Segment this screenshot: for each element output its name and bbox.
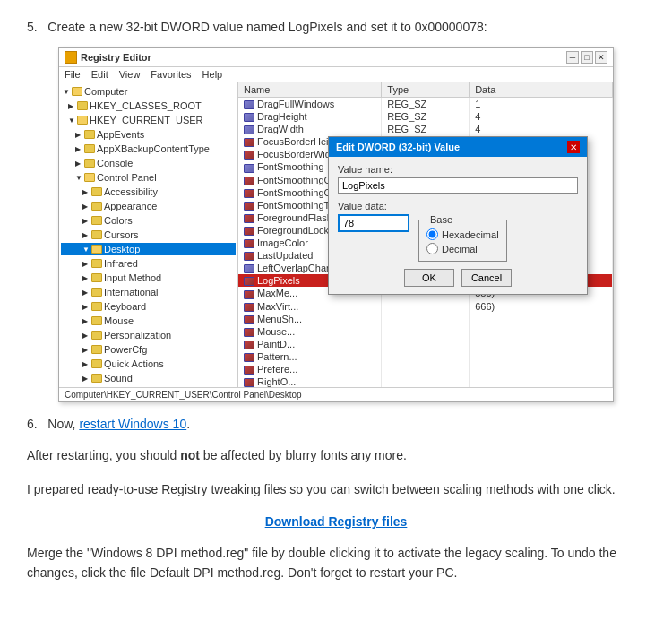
- tree-item-appearance[interactable]: ▶ Appearance: [61, 199, 236, 213]
- table-row[interactable]: Pattern...: [238, 350, 613, 363]
- tree-item-appevents[interactable]: ▶ AppEvents: [61, 127, 236, 142]
- tree-item-cursors[interactable]: ▶ Cursors: [61, 228, 236, 242]
- after-restart-paragraph: After restarting, you should not be affe…: [27, 445, 645, 465]
- maximize-button[interactable]: □: [581, 51, 593, 64]
- tree-desktop[interactable]: ▼ Desktop: [61, 243, 236, 255]
- table-row[interactable]: MenuSh...: [238, 313, 613, 325]
- dec-label: Decimal: [442, 244, 478, 254]
- restart-link[interactable]: restart Windows 10: [79, 417, 186, 431]
- tree-sound[interactable]: ▶ Sound: [61, 372, 236, 384]
- tree-item-international[interactable]: ▶ International: [61, 285, 236, 299]
- tree-item-mouse[interactable]: ▶ Mouse: [61, 314, 236, 328]
- reg-entry-icon: [244, 277, 254, 286]
- dec-radio[interactable]: [426, 243, 438, 254]
- tree-item-hkcu[interactable]: ▼ HKEY_CURRENT_USER: [61, 113, 236, 127]
- tree-accessibility[interactable]: ▶ Accessibility: [61, 185, 236, 198]
- col-header-name: Name: [238, 82, 382, 98]
- reg-entry-icon: [244, 100, 254, 109]
- tree-quickactions[interactable]: ▶ Quick Actions: [61, 358, 236, 370]
- tree-item-accessibility[interactable]: ▶ Accessibility: [61, 185, 236, 199]
- table-row[interactable]: RightO...: [238, 375, 613, 387]
- tree-item-sound[interactable]: ▶ Sound: [61, 371, 236, 385]
- tree-item-desktop[interactable]: ▼ Desktop: [61, 242, 236, 256]
- tree-item-inputmethod[interactable]: ▶ Input Method: [61, 271, 236, 285]
- reg-entry-icon: [244, 353, 254, 362]
- table-row[interactable]: Prefere...: [238, 363, 613, 375]
- registry-body: ▼ Computer ▶ HKEY_CLASSES_ROOT ▼: [59, 82, 613, 387]
- tree-item-personalization[interactable]: ▶ Personalization: [61, 328, 236, 342]
- prepared-paragraph: I prepared ready-to-use Registry tweakin…: [27, 479, 645, 499]
- table-row[interactable]: PaintD...: [238, 338, 613, 350]
- menu-edit[interactable]: Edit: [91, 69, 108, 80]
- tree-personalization[interactable]: ▶ Personalization: [61, 329, 236, 341]
- dialog-title: Edit DWORD (32-bit) Value: [336, 142, 460, 152]
- tree-item-colors[interactable]: ▶ Colors: [61, 213, 236, 228]
- table-row[interactable]: DragWidthREG_SZ4: [238, 123, 613, 135]
- close-button[interactable]: ✕: [595, 51, 607, 64]
- arrow-mouse: ▶: [82, 317, 90, 325]
- tree-appxbackup[interactable]: ▶ AppXBackupContentType: [61, 142, 236, 155]
- folder-quickactions: [91, 359, 102, 368]
- menu-file[interactable]: File: [65, 69, 81, 80]
- tree-hkcr[interactable]: ▶ HKEY_CLASSES_ROOT: [61, 99, 236, 112]
- tree-item-controlpanel[interactable]: ▼ Control Panel: [61, 170, 236, 185]
- tree-label-keyboard: Keyboard: [104, 301, 146, 312]
- tree-label-personalization: Personalization: [104, 330, 171, 341]
- statusbar-path: Computer\HKEY_CURRENT_USER\Control Panel…: [65, 390, 302, 400]
- tree-item-powercfg[interactable]: ▶ PowerCfg: [61, 342, 236, 357]
- tree-hkcu[interactable]: ▼ HKEY_CURRENT_USER: [61, 114, 236, 126]
- value-name-input[interactable]: [338, 177, 578, 194]
- tree-label-colors: Colors: [104, 215, 133, 226]
- reg-entry-icon: [244, 125, 254, 134]
- tree-appearance[interactable]: ▶ Appearance: [61, 200, 236, 212]
- tree-infrared[interactable]: ▶ Infrared: [61, 257, 236, 270]
- tree-mouse[interactable]: ▶ Mouse: [61, 315, 236, 327]
- download-registry-link[interactable]: Download Registry files: [265, 514, 408, 529]
- tree-keyboard[interactable]: ▶ Keyboard: [61, 300, 236, 313]
- tree-item-appxbackup[interactable]: ▶ AppXBackupContentType: [61, 142, 236, 156]
- download-link-container: Download Registry files: [27, 514, 645, 529]
- reg-entry-icon: [244, 227, 254, 236]
- tree-environment[interactable]: ▶ Environment: [61, 386, 236, 387]
- tree-controlpanel[interactable]: ▼ Control Panel: [61, 171, 236, 184]
- menu-favorites[interactable]: Favorites: [151, 69, 191, 80]
- tree-item-hkcr[interactable]: ▶ HKEY_CLASSES_ROOT: [61, 99, 236, 113]
- tree-item-infrared[interactable]: ▶ Infrared: [61, 256, 236, 271]
- registry-titlebar: Registry Editor ─ □ ✕: [59, 48, 613, 67]
- tree-international[interactable]: ▶ International: [61, 286, 236, 298]
- tree-item-keyboard[interactable]: ▶ Keyboard: [61, 299, 236, 314]
- tree-colors[interactable]: ▶ Colors: [61, 214, 236, 227]
- hex-radio[interactable]: [426, 228, 438, 240]
- cell-type: [382, 375, 470, 387]
- menu-help[interactable]: Help: [202, 69, 223, 80]
- tree-item-computer[interactable]: ▼ Computer: [61, 84, 236, 99]
- tree-label-accessibility: Accessibility: [104, 186, 158, 197]
- dialog-ok-button[interactable]: OK: [404, 269, 454, 287]
- arrow-powercfg: ▶: [82, 346, 90, 354]
- table-row[interactable]: MaxVirt...666): [238, 300, 613, 313]
- table-row[interactable]: DragFullWindowsREG_SZ1: [238, 98, 613, 111]
- table-row[interactable]: Mouse...: [238, 325, 613, 338]
- minimize-button[interactable]: ─: [566, 51, 579, 64]
- arrow-hkcu: ▼: [68, 116, 75, 125]
- folder-inputmethod: [91, 273, 102, 282]
- dialog-cancel-button[interactable]: Cancel: [461, 269, 512, 287]
- window-controls[interactable]: ─ □ ✕: [566, 51, 607, 64]
- tree-inputmethod[interactable]: ▶ Input Method: [61, 272, 236, 284]
- tree-item-console[interactable]: ▶ Console: [61, 156, 236, 170]
- tree-item-environment[interactable]: ▶ Environment: [61, 385, 236, 387]
- col-header-type: Type: [382, 82, 470, 98]
- reg-entry-icon: [244, 113, 254, 122]
- dialog-close-button[interactable]: ✕: [567, 141, 580, 153]
- tree-cursors[interactable]: ▶ Cursors: [61, 228, 236, 241]
- tree-item-quickactions[interactable]: ▶ Quick Actions: [61, 357, 236, 371]
- tree-computer[interactable]: ▼ Computer: [61, 85, 236, 98]
- menu-view[interactable]: View: [119, 69, 141, 80]
- cell-data: 4: [470, 110, 613, 123]
- table-row[interactable]: DragHeightREG_SZ4: [238, 110, 613, 123]
- value-data-input[interactable]: [338, 214, 409, 232]
- tree-console[interactable]: ▶ Console: [61, 157, 236, 169]
- tree-appevents[interactable]: ▶ AppEvents: [61, 128, 236, 141]
- value-name-label: Value name:: [338, 164, 578, 175]
- tree-powercfg[interactable]: ▶ PowerCfg: [61, 343, 236, 356]
